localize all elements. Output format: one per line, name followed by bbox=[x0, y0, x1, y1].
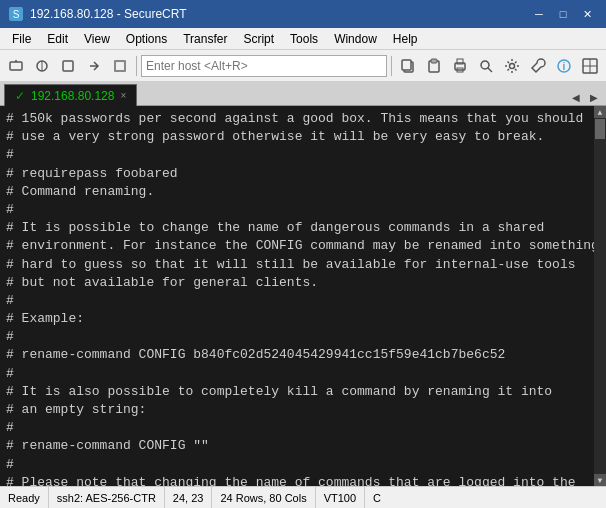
title-bar-left: S 192.168.80.128 - SecureCRT bbox=[8, 6, 187, 22]
tab-checkmark: ✓ bbox=[15, 89, 25, 103]
address-input[interactable] bbox=[141, 55, 387, 77]
tab-close-button[interactable]: × bbox=[120, 90, 126, 101]
terminal-line: # hard to guess so that it will still be… bbox=[6, 256, 588, 274]
menu-options[interactable]: Options bbox=[118, 30, 175, 48]
status-encryption: ssh2: AES-256-CTR bbox=[49, 487, 165, 508]
status-terminal-type: VT100 bbox=[316, 487, 365, 508]
toolbar-btn3[interactable] bbox=[56, 54, 80, 78]
menu-edit[interactable]: Edit bbox=[39, 30, 76, 48]
svg-rect-8 bbox=[116, 62, 124, 70]
menu-file[interactable]: File bbox=[4, 30, 39, 48]
status-bar: Ready ssh2: AES-256-CTR 24, 23 24 Rows, … bbox=[0, 486, 606, 508]
menu-bar: File Edit View Options Transfer Script T… bbox=[0, 28, 606, 50]
svg-point-18 bbox=[510, 63, 515, 68]
tab-bar: ✓ 192.168.80.128 × ◀ ▶ bbox=[0, 82, 606, 106]
terminal-line: # It is also possible to completely kill… bbox=[6, 383, 588, 401]
terminal-line: # Command renaming. bbox=[6, 183, 588, 201]
svg-line-17 bbox=[488, 68, 492, 72]
close-button[interactable]: ✕ bbox=[576, 5, 598, 23]
terminal-line: # Please note that changing the name of … bbox=[6, 474, 588, 486]
svg-point-16 bbox=[481, 61, 489, 69]
svg-rect-12 bbox=[431, 59, 437, 63]
tab-session[interactable]: ✓ 192.168.80.128 × bbox=[4, 84, 137, 106]
toolbar-find-btn[interactable] bbox=[474, 54, 498, 78]
tab-label: 192.168.80.128 bbox=[31, 89, 114, 103]
status-ready: Ready bbox=[0, 487, 49, 508]
terminal-line: # bbox=[6, 456, 588, 474]
toolbar-info-btn[interactable]: i bbox=[552, 54, 576, 78]
tab-prev-button[interactable]: ◀ bbox=[568, 89, 584, 105]
toolbar-separator2 bbox=[391, 56, 392, 76]
toolbar-extra-btn[interactable] bbox=[578, 54, 602, 78]
title-bar: S 192.168.80.128 - SecureCRT ─ □ ✕ bbox=[0, 0, 606, 28]
terminal-line: # bbox=[6, 201, 588, 219]
svg-rect-10 bbox=[402, 60, 411, 70]
terminal-line: # It is possible to change the name of d… bbox=[6, 219, 588, 237]
toolbar-print-btn[interactable] bbox=[448, 54, 472, 78]
svg-text:i: i bbox=[563, 61, 566, 72]
terminal-line: # but not available for general clients. bbox=[6, 274, 588, 292]
toolbar-key-btn[interactable] bbox=[526, 54, 550, 78]
menu-tools[interactable]: Tools bbox=[282, 30, 326, 48]
toolbar-btn5[interactable] bbox=[108, 54, 132, 78]
tab-navigation: ◀ ▶ bbox=[568, 89, 606, 105]
toolbar-btn2[interactable] bbox=[30, 54, 54, 78]
toolbar-btn4[interactable] bbox=[82, 54, 106, 78]
terminal-line: # rename-command CONFIG "" bbox=[6, 437, 588, 455]
terminal-line: # bbox=[6, 292, 588, 310]
scroll-down-button[interactable]: ▼ bbox=[594, 474, 606, 486]
svg-text:S: S bbox=[13, 9, 20, 20]
terminal-line: # requirepass foobared bbox=[6, 165, 588, 183]
terminal-line: # 150k passwords per second against a go… bbox=[6, 110, 588, 128]
menu-script[interactable]: Script bbox=[235, 30, 282, 48]
toolbar-separator1 bbox=[136, 56, 137, 76]
terminal[interactable]: # 150k passwords per second against a go… bbox=[0, 106, 594, 486]
status-extra: C bbox=[365, 487, 389, 508]
menu-transfer[interactable]: Transfer bbox=[175, 30, 235, 48]
terminal-line: # an empty string: bbox=[6, 401, 588, 419]
svg-rect-6 bbox=[63, 61, 73, 71]
tab-next-button[interactable]: ▶ bbox=[586, 89, 602, 105]
toolbar: i bbox=[0, 50, 606, 82]
app-icon: S bbox=[8, 6, 24, 22]
scroll-thumb[interactable] bbox=[595, 119, 605, 139]
status-position: 24, 23 bbox=[165, 487, 213, 508]
menu-help[interactable]: Help bbox=[385, 30, 426, 48]
toolbar-paste-btn[interactable] bbox=[422, 54, 446, 78]
window-controls: ─ □ ✕ bbox=[528, 5, 598, 23]
svg-rect-2 bbox=[10, 62, 22, 70]
terminal-line: # bbox=[6, 419, 588, 437]
terminal-line: # bbox=[6, 328, 588, 346]
terminal-line: # Example: bbox=[6, 310, 588, 328]
minimize-button[interactable]: ─ bbox=[528, 5, 550, 23]
terminal-line: # rename-command CONFIG b840fc02d5240454… bbox=[6, 346, 588, 364]
terminal-line: # bbox=[6, 146, 588, 164]
terminal-wrapper: # 150k passwords per second against a go… bbox=[0, 106, 606, 486]
terminal-line: # use a very strong password otherwise i… bbox=[6, 128, 588, 146]
status-dimensions: 24 Rows, 80 Cols bbox=[212, 487, 315, 508]
toolbar-copy-btn[interactable] bbox=[396, 54, 420, 78]
menu-view[interactable]: View bbox=[76, 30, 118, 48]
scroll-track bbox=[594, 118, 606, 474]
toolbar-connect-btn[interactable] bbox=[4, 54, 28, 78]
menu-window[interactable]: Window bbox=[326, 30, 385, 48]
terminal-scrollbar[interactable]: ▲ ▼ bbox=[594, 106, 606, 486]
terminal-line: # bbox=[6, 365, 588, 383]
window-title: 192.168.80.128 - SecureCRT bbox=[30, 7, 187, 21]
terminal-line: # environment. For instance the CONFIG c… bbox=[6, 237, 588, 255]
maximize-button[interactable]: □ bbox=[552, 5, 574, 23]
scroll-up-button[interactable]: ▲ bbox=[594, 106, 606, 118]
toolbar-settings-btn[interactable] bbox=[500, 54, 524, 78]
